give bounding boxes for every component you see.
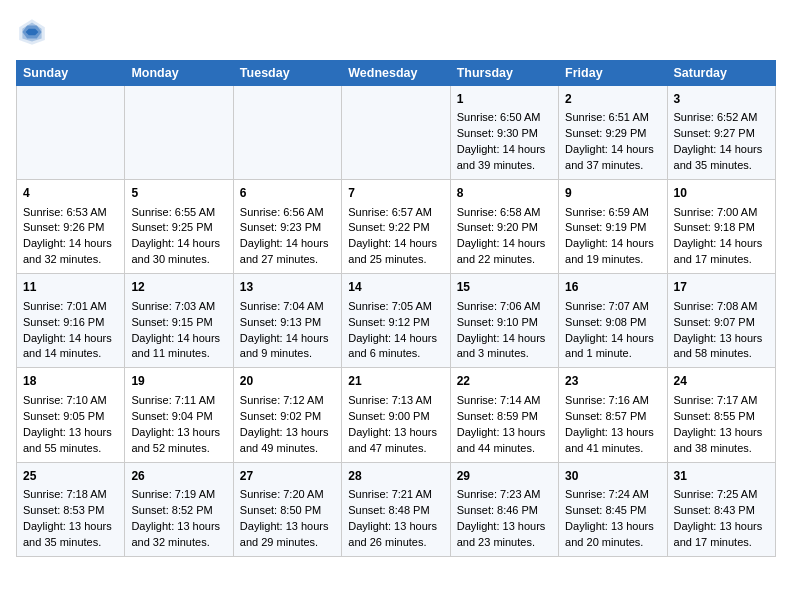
cell-content-line: Daylight: 13 hours and 38 minutes. bbox=[674, 425, 769, 457]
cell-content-line: Sunset: 9:12 PM bbox=[348, 315, 443, 331]
calendar-cell: 26Sunrise: 7:19 AMSunset: 8:52 PMDayligh… bbox=[125, 462, 233, 556]
cell-content-line: Sunrise: 7:14 AM bbox=[457, 393, 552, 409]
cell-content-line: Sunset: 8:45 PM bbox=[565, 503, 660, 519]
cell-content-line: Sunrise: 7:25 AM bbox=[674, 487, 769, 503]
day-number: 12 bbox=[131, 279, 226, 296]
cell-content-line: Daylight: 14 hours and 22 minutes. bbox=[457, 236, 552, 268]
day-number: 28 bbox=[348, 468, 443, 485]
logo bbox=[16, 16, 52, 48]
calendar-cell bbox=[342, 86, 450, 180]
cell-content-line: Sunrise: 6:52 AM bbox=[674, 110, 769, 126]
cell-content-line: Sunset: 9:20 PM bbox=[457, 220, 552, 236]
cell-content-line: Sunset: 9:19 PM bbox=[565, 220, 660, 236]
header-row: SundayMondayTuesdayWednesdayThursdayFrid… bbox=[17, 61, 776, 86]
cell-content-line: Sunset: 9:30 PM bbox=[457, 126, 552, 142]
cell-content-line: Sunset: 8:43 PM bbox=[674, 503, 769, 519]
cell-content-line: Daylight: 14 hours and 32 minutes. bbox=[23, 236, 118, 268]
weekday-header: Saturday bbox=[667, 61, 775, 86]
cell-content-line: Daylight: 13 hours and 20 minutes. bbox=[565, 519, 660, 551]
cell-content-line: Sunrise: 7:19 AM bbox=[131, 487, 226, 503]
calendar-week-row: 1Sunrise: 6:50 AMSunset: 9:30 PMDaylight… bbox=[17, 86, 776, 180]
cell-content-line: Sunrise: 7:11 AM bbox=[131, 393, 226, 409]
calendar-week-row: 4Sunrise: 6:53 AMSunset: 9:26 PMDaylight… bbox=[17, 180, 776, 274]
cell-content-line: Sunrise: 7:23 AM bbox=[457, 487, 552, 503]
calendar-cell: 23Sunrise: 7:16 AMSunset: 8:57 PMDayligh… bbox=[559, 368, 667, 462]
calendar-cell: 30Sunrise: 7:24 AMSunset: 8:45 PMDayligh… bbox=[559, 462, 667, 556]
cell-content-line: Daylight: 14 hours and 6 minutes. bbox=[348, 331, 443, 363]
cell-content-line: Sunrise: 7:10 AM bbox=[23, 393, 118, 409]
cell-content-line: Daylight: 13 hours and 47 minutes. bbox=[348, 425, 443, 457]
weekday-header: Tuesday bbox=[233, 61, 341, 86]
calendar-cell bbox=[233, 86, 341, 180]
cell-content-line: Daylight: 13 hours and 52 minutes. bbox=[131, 425, 226, 457]
cell-content-line: Sunset: 9:07 PM bbox=[674, 315, 769, 331]
cell-content-line: Daylight: 14 hours and 11 minutes. bbox=[131, 331, 226, 363]
day-number: 20 bbox=[240, 373, 335, 390]
cell-content-line: Sunrise: 6:53 AM bbox=[23, 205, 118, 221]
cell-content-line: Sunset: 9:13 PM bbox=[240, 315, 335, 331]
cell-content-line: Sunset: 9:23 PM bbox=[240, 220, 335, 236]
day-number: 26 bbox=[131, 468, 226, 485]
day-number: 10 bbox=[674, 185, 769, 202]
cell-content-line: Daylight: 13 hours and 17 minutes. bbox=[674, 519, 769, 551]
calendar-week-row: 25Sunrise: 7:18 AMSunset: 8:53 PMDayligh… bbox=[17, 462, 776, 556]
calendar-cell: 14Sunrise: 7:05 AMSunset: 9:12 PMDayligh… bbox=[342, 274, 450, 368]
logo-icon bbox=[16, 16, 48, 48]
cell-content-line: Daylight: 14 hours and 1 minute. bbox=[565, 331, 660, 363]
day-number: 6 bbox=[240, 185, 335, 202]
cell-content-line: Sunset: 9:08 PM bbox=[565, 315, 660, 331]
cell-content-line: Sunset: 8:59 PM bbox=[457, 409, 552, 425]
cell-content-line: Sunset: 9:18 PM bbox=[674, 220, 769, 236]
cell-content-line: Daylight: 14 hours and 14 minutes. bbox=[23, 331, 118, 363]
calendar-cell: 3Sunrise: 6:52 AMSunset: 9:27 PMDaylight… bbox=[667, 86, 775, 180]
day-number: 9 bbox=[565, 185, 660, 202]
cell-content-line: Sunset: 9:02 PM bbox=[240, 409, 335, 425]
day-number: 29 bbox=[457, 468, 552, 485]
calendar-cell: 9Sunrise: 6:59 AMSunset: 9:19 PMDaylight… bbox=[559, 180, 667, 274]
cell-content-line: Sunrise: 7:03 AM bbox=[131, 299, 226, 315]
cell-content-line: Sunrise: 6:55 AM bbox=[131, 205, 226, 221]
calendar-cell: 17Sunrise: 7:08 AMSunset: 9:07 PMDayligh… bbox=[667, 274, 775, 368]
cell-content-line: Sunset: 9:25 PM bbox=[131, 220, 226, 236]
cell-content-line: Sunset: 9:10 PM bbox=[457, 315, 552, 331]
calendar-cell: 22Sunrise: 7:14 AMSunset: 8:59 PMDayligh… bbox=[450, 368, 558, 462]
day-number: 27 bbox=[240, 468, 335, 485]
day-number: 11 bbox=[23, 279, 118, 296]
calendar-cell: 13Sunrise: 7:04 AMSunset: 9:13 PMDayligh… bbox=[233, 274, 341, 368]
calendar-cell: 27Sunrise: 7:20 AMSunset: 8:50 PMDayligh… bbox=[233, 462, 341, 556]
cell-content-line: Sunset: 8:52 PM bbox=[131, 503, 226, 519]
calendar-cell: 15Sunrise: 7:06 AMSunset: 9:10 PMDayligh… bbox=[450, 274, 558, 368]
cell-content-line: Sunrise: 7:04 AM bbox=[240, 299, 335, 315]
cell-content-line: Sunset: 9:04 PM bbox=[131, 409, 226, 425]
calendar-cell: 1Sunrise: 6:50 AMSunset: 9:30 PMDaylight… bbox=[450, 86, 558, 180]
cell-content-line: Sunrise: 6:58 AM bbox=[457, 205, 552, 221]
weekday-header: Monday bbox=[125, 61, 233, 86]
calendar-cell: 20Sunrise: 7:12 AMSunset: 9:02 PMDayligh… bbox=[233, 368, 341, 462]
day-number: 22 bbox=[457, 373, 552, 390]
day-number: 2 bbox=[565, 91, 660, 108]
cell-content-line: Sunset: 9:29 PM bbox=[565, 126, 660, 142]
calendar-table: SundayMondayTuesdayWednesdayThursdayFrid… bbox=[16, 60, 776, 557]
cell-content-line: Sunrise: 7:06 AM bbox=[457, 299, 552, 315]
day-number: 8 bbox=[457, 185, 552, 202]
cell-content-line: Sunset: 8:48 PM bbox=[348, 503, 443, 519]
calendar-cell: 28Sunrise: 7:21 AMSunset: 8:48 PMDayligh… bbox=[342, 462, 450, 556]
cell-content-line: Sunrise: 7:17 AM bbox=[674, 393, 769, 409]
cell-content-line: Daylight: 14 hours and 25 minutes. bbox=[348, 236, 443, 268]
page-header bbox=[16, 16, 776, 48]
calendar-cell: 12Sunrise: 7:03 AMSunset: 9:15 PMDayligh… bbox=[125, 274, 233, 368]
cell-content-line: Sunrise: 7:13 AM bbox=[348, 393, 443, 409]
day-number: 7 bbox=[348, 185, 443, 202]
day-number: 30 bbox=[565, 468, 660, 485]
day-number: 1 bbox=[457, 91, 552, 108]
cell-content-line: Sunset: 8:50 PM bbox=[240, 503, 335, 519]
calendar-cell: 29Sunrise: 7:23 AMSunset: 8:46 PMDayligh… bbox=[450, 462, 558, 556]
cell-content-line: Sunset: 9:00 PM bbox=[348, 409, 443, 425]
calendar-cell: 6Sunrise: 6:56 AMSunset: 9:23 PMDaylight… bbox=[233, 180, 341, 274]
weekday-header: Thursday bbox=[450, 61, 558, 86]
calendar-cell bbox=[125, 86, 233, 180]
day-number: 17 bbox=[674, 279, 769, 296]
cell-content-line: Daylight: 14 hours and 39 minutes. bbox=[457, 142, 552, 174]
cell-content-line: Daylight: 13 hours and 26 minutes. bbox=[348, 519, 443, 551]
calendar-cell: 8Sunrise: 6:58 AMSunset: 9:20 PMDaylight… bbox=[450, 180, 558, 274]
